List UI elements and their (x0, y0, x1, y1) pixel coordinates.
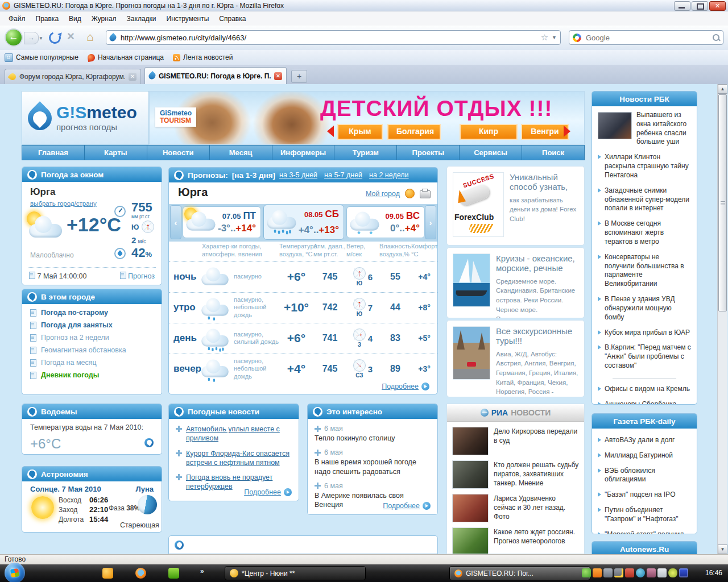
url-input[interactable] (119, 33, 537, 43)
rbc-item[interactable]: Загадочные снимки обнаженной супер-модел… (598, 186, 691, 213)
start-button[interactable] (5, 563, 25, 582)
range-link-5-7[interactable]: на 5-7 дней (324, 171, 362, 179)
rbc-item[interactable]: Акционеры Сбербанка принимают решение: п… (598, 400, 691, 405)
print-icon[interactable] (420, 190, 431, 198)
minimize-button[interactable] (674, 1, 690, 11)
day-card-sunday[interactable]: 09.05ВС 0°..+4° (346, 206, 425, 238)
task-firefox-window[interactable]: GISMETEO.RU: Пог... (449, 566, 590, 580)
tray-wireless-icon[interactable] (679, 568, 688, 577)
ad-title[interactable]: Все экскурсионные туры!!! (496, 326, 578, 346)
link-weather-diary[interactable]: Дневник погоды (30, 371, 162, 379)
ad-cruises[interactable]: Круизы - океанские, морские, речные Сред… (446, 247, 585, 318)
forecast-more-link[interactable]: Подробнее (382, 383, 419, 390)
nav-projects[interactable]: Проекты (397, 146, 460, 160)
nav-home[interactable]: Главная (22, 146, 85, 160)
banner-button-crimea[interactable]: Крым (337, 124, 383, 140)
tab-close-icon-active[interactable]: ✕ (274, 72, 282, 80)
link-two-week-forecast[interactable]: Прогноз на 2 недели (30, 334, 162, 342)
scroll-days-left[interactable]: ‹ (170, 205, 181, 239)
globe-icon[interactable] (144, 438, 154, 447)
quicklaunch-firefox-icon[interactable] (135, 568, 146, 579)
rbc-item[interactable]: В Пензе у здания УВД обнаружили мощную б… (598, 295, 691, 322)
nav-search[interactable]: Поиск (522, 146, 584, 160)
interesting-item[interactable]: В наше время хорошей погоде надо спешить… (315, 458, 431, 476)
nav-news[interactable]: Новости (147, 146, 210, 160)
scrollbar-thumb[interactable] (718, 94, 727, 311)
link-weather-old-style[interactable]: Погода по-старому (30, 309, 162, 317)
refresh-button[interactable] (47, 30, 63, 46)
bookmark-news-feed[interactable]: Лента новостей (173, 53, 233, 61)
bookmark-star-icon[interactable]: ☆ (541, 32, 548, 43)
day-card-friday[interactable]: 07.05ПТ -3°..+14° (183, 206, 261, 238)
menu-bookmarks[interactable]: Закладки (122, 13, 162, 24)
quicklaunch-app-icon[interactable] (102, 568, 113, 579)
link-geomagnetic[interactable]: Геомагнитная обстановка (30, 346, 162, 354)
link-month-weather[interactable]: Погода на месяц (30, 359, 162, 367)
search-bar[interactable] (569, 30, 723, 45)
scroll-days-right[interactable]: › (425, 205, 436, 239)
choose-city-link[interactable]: выбрать город/страну (30, 200, 97, 207)
ria-item[interactable]: Какое лето ждет россиян. Прогноз метеоро… (447, 522, 584, 554)
new-tab-button[interactable]: + (291, 70, 307, 83)
nav-maps[interactable]: Карты (85, 146, 147, 160)
site-logo[interactable]: G!Smeteo прогноз погоды (22, 91, 149, 145)
more-arrow-icon[interactable] (423, 502, 431, 510)
search-icon[interactable] (713, 34, 719, 41)
menu-file[interactable]: Файл (3, 13, 31, 24)
nav-services[interactable]: Сервисы (460, 146, 522, 160)
menu-tools[interactable]: Инструменты (162, 13, 214, 24)
weather-news-link[interactable]: Курорт Флорида-Кис опасается встречи с н… (186, 449, 292, 468)
rbc-lead-item[interactable]: Выпавшего из окна китайского ребенка спа… (598, 111, 691, 147)
forecast-link[interactable]: Прогноз (128, 272, 155, 280)
tray-network-icon[interactable] (603, 568, 613, 577)
more-arrow-icon[interactable] (284, 488, 292, 496)
search-input[interactable] (585, 33, 709, 43)
rbc-item[interactable]: Офисы с видом на Кремль (598, 385, 691, 394)
banner-arrow-left-icon[interactable] (327, 126, 334, 137)
ad-title[interactable]: Уникальный способ узнать, (510, 172, 578, 192)
url-bar[interactable]: ☆ ▼ (106, 30, 561, 45)
rbc-item[interactable]: Консерваторы не получили большинства в п… (598, 253, 691, 289)
banner-button-hungary[interactable]: Венгри (521, 124, 569, 140)
tab-forum[interactable]: Форум города Юрга, Юргафорум.... ✕ (5, 69, 141, 84)
interesting-more-link[interactable]: Подробнее (383, 502, 420, 510)
banner-button-bulgaria[interactable]: Болгария (387, 124, 441, 140)
tray-antivirus-icon[interactable] (582, 568, 591, 577)
nav-informers[interactable]: Информеры (272, 146, 335, 160)
rbc-item[interactable]: В.Карпин: "Перед матчем с "Анжи" были пр… (598, 343, 691, 370)
history-dropdown-icon[interactable]: ▼ (39, 36, 43, 41)
nav-tourism[interactable]: Туризм (334, 146, 397, 160)
back-button[interactable] (5, 28, 23, 47)
link-weather-busy[interactable]: Погода для занятых (30, 321, 162, 329)
ad-title[interactable]: Круизы - океанские, морские, речные (496, 253, 578, 273)
help-icon[interactable] (405, 189, 415, 198)
interesting-item[interactable]: Тепло покинуло столицу (315, 434, 431, 443)
scrollbar[interactable]: ▲ ▼ (717, 84, 727, 554)
tray-signal-icon[interactable] (614, 568, 623, 577)
rbc-daily-item[interactable]: Путин объединяет "Газпром" и "Нафтогаз" (598, 506, 691, 524)
rbc-daily-item[interactable]: Миллиард Батуриной (598, 451, 691, 460)
ria-item[interactable]: Кто должен решать судьбу пиратов, захват… (447, 455, 584, 489)
quicklaunch-app2-icon[interactable] (168, 568, 179, 579)
quicklaunch-overflow[interactable]: » (200, 567, 204, 575)
rbc-daily-item[interactable]: ВЭБ обложился облигациями (598, 467, 691, 485)
ria-logo[interactable]: РИАНОВОСТИ (447, 404, 584, 422)
banner-button-cyprus[interactable]: Кипр (460, 124, 518, 140)
menu-history[interactable]: Журнал (86, 13, 122, 24)
rbc-daily-item[interactable]: АвтоВАЗу дали в долг (598, 436, 691, 445)
banner-arrow-right-icon[interactable] (564, 126, 570, 137)
bookmark-most-popular[interactable]: Самые популярные (5, 53, 78, 62)
weather-news-link[interactable]: Автомобиль уплыл вместе с приливом (186, 425, 292, 443)
menu-view[interactable]: Вид (64, 13, 86, 24)
range-link-2weeks[interactable]: на 2 недели (369, 171, 408, 179)
range-link-3-5[interactable]: на 3-5 дней (279, 171, 317, 179)
weather-news-more-link[interactable]: Подробнее (244, 488, 281, 496)
nav-month[interactable]: Месяц (210, 146, 272, 160)
bookmark-start-page[interactable]: Начальная страница (88, 53, 164, 61)
menu-help[interactable]: Справка (214, 13, 251, 24)
ad-banner[interactable]: GiSmeteo TOURISM ДЕТСКИЙ ОТДЫХ !!! Крым … (149, 91, 585, 145)
menu-edit[interactable]: Правка (31, 13, 64, 24)
rbc-item[interactable]: В Москве сегодня вспоминают жертв теракт… (598, 219, 691, 246)
close-button[interactable] (709, 1, 726, 11)
day-card-saturday[interactable]: 08.05СБ +4°..+13° (263, 205, 344, 240)
